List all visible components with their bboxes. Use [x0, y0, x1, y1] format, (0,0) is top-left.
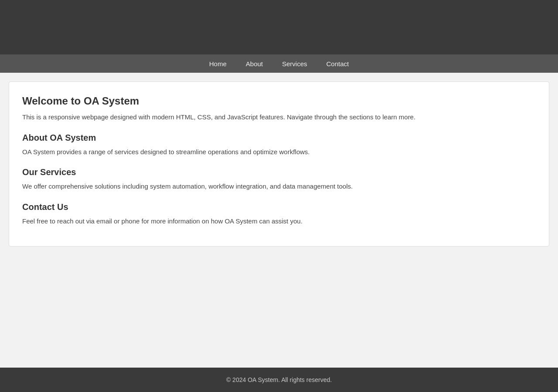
- content-card: Welcome to OA System This is a responsiv…: [9, 81, 549, 247]
- section-welcome-body: This is a responsive webpage designed wi…: [22, 112, 536, 122]
- section-about-body: OA System provides a range of services d…: [22, 147, 536, 157]
- section-about-heading: About OA System: [22, 133, 536, 143]
- section-services-body: We offer comprehensive solutions includi…: [22, 182, 536, 192]
- nav-item-about[interactable]: About: [236, 56, 272, 72]
- section-contact-heading: Contact Us: [22, 202, 536, 212]
- nav-item-services[interactable]: Services: [272, 56, 317, 72]
- section-contact-body: Feel free to reach out via email or phon…: [22, 216, 536, 226]
- site-footer: © 2024 OA System. All rights reserved.: [0, 368, 558, 392]
- site-header: [0, 0, 558, 54]
- footer-text: © 2024 OA System. All rights reserved.: [226, 376, 332, 383]
- section-services-heading: Our Services: [22, 167, 536, 177]
- page-body: Welcome to OA System This is a responsiv…: [0, 73, 558, 368]
- main-nav: Home About Services Contact: [0, 54, 558, 73]
- nav-item-home[interactable]: Home: [200, 56, 236, 72]
- section-welcome-heading: Welcome to OA System: [22, 95, 536, 107]
- nav-item-contact[interactable]: Contact: [317, 56, 359, 72]
